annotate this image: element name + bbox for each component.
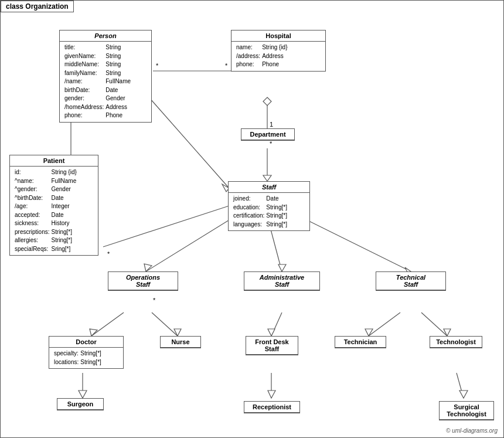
administrative-staff-header: AdministrativeStaff [244,272,319,290]
svg-line-13 [146,216,235,271]
svg-line-21 [152,313,178,336]
svg-marker-16 [278,264,286,271]
person-class: Person title:String givenName:String mid… [59,30,152,123]
doctor-header: Doctor [49,337,123,348]
receptionist-class: Receptionist [244,401,300,413]
doctor-class: Doctor specialty:String[*] locations:Str… [49,336,124,369]
patient-header: Patient [10,155,98,167]
surgical-technologist-header: SurgicalTechnologist [440,402,493,420]
technician-class: Technician [335,336,386,348]
patient-class: Patient id:String {id} ^name:FullName ^g… [9,155,98,256]
svg-marker-26 [365,329,373,336]
receptionist-header: Receptionist [244,402,299,413]
svg-text:1: 1 [270,121,273,128]
surgeon-header: Surgeon [57,399,103,410]
svg-line-33 [457,373,464,398]
surgeon-class: Surgeon [57,398,104,410]
hospital-header: Hospital [231,30,325,42]
svg-text:*: * [107,250,110,257]
administrative-staff-class: AdministrativeStaff [244,271,320,291]
patient-body: id:String {id} ^name:FullName ^gender:Ge… [10,167,98,255]
technician-header: Technician [335,337,386,348]
hospital-body: name:String {id} /address:Address phone:… [231,42,325,71]
front-desk-staff-class: Front DeskStaff [246,336,298,355]
svg-line-27 [421,313,447,336]
svg-marker-20 [90,329,97,336]
operations-staff-class: OperationsStaff [108,271,178,291]
technologist-header: Technologist [430,337,482,348]
svg-marker-14 [144,264,152,271]
hospital-class: Hospital name:String {id} /address:Addre… [231,30,326,72]
svg-text:*: * [225,62,228,69]
svg-marker-34 [459,391,468,398]
svg-marker-4 [263,97,271,106]
svg-marker-30 [79,391,87,398]
person-body: title:String givenName:String middleName… [60,42,151,122]
svg-line-19 [91,313,124,336]
technical-staff-header: TechnicalStaff [376,272,445,290]
doctor-body: specialty:String[*] locations:String[*] [49,348,123,368]
svg-line-35 [103,206,229,247]
department-header: Department [241,129,294,140]
svg-marker-28 [444,329,451,336]
nurse-class: Nurse [160,336,201,348]
svg-line-11 [141,89,229,188]
svg-text:*: * [156,62,159,69]
svg-marker-8 [263,175,271,181]
person-header: Person [60,30,151,42]
staff-class: Staff joined:Date education:String[*] ce… [228,181,310,231]
copyright: © uml-diagrams.org [446,427,498,434]
svg-text:*: * [270,140,273,147]
staff-body: joined:Date education:String[*] certific… [229,193,309,230]
surgical-technologist-class: SurgicalTechnologist [439,401,494,420]
nurse-header: Nurse [161,337,200,348]
svg-line-25 [369,313,400,336]
diagram-title: class Organization [1,1,74,12]
staff-header: Staff [229,182,309,193]
operations-staff-header: OperationsStaff [108,272,178,290]
svg-line-23 [271,313,282,336]
diagram-container: class Organization * * 1 * [0,0,504,438]
svg-marker-32 [268,391,275,398]
technical-staff-class: TechnicalStaff [376,271,446,291]
svg-marker-24 [268,329,275,336]
svg-text:*: * [153,297,156,304]
svg-marker-22 [174,329,181,336]
svg-line-17 [299,216,411,271]
department-class: Department [241,128,295,141]
front-desk-staff-header: Front DeskStaff [246,337,298,355]
technologist-class: Technologist [430,336,482,348]
